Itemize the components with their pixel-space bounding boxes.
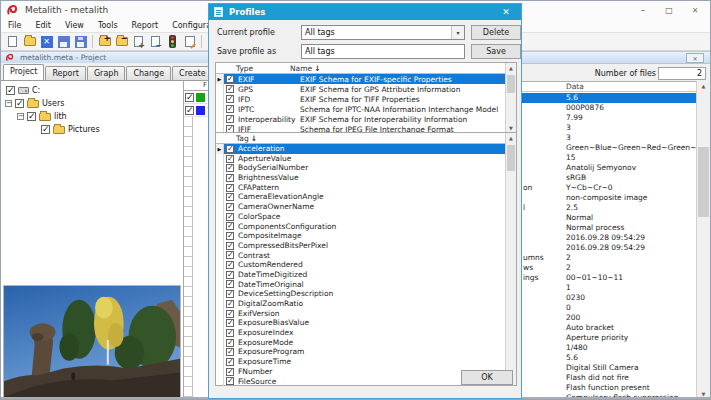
tag-row-exposureprogram[interactable]: ExposureProgram bbox=[216, 347, 516, 357]
metadata-row[interactable]: ings00~01~10~11 bbox=[522, 273, 696, 283]
name-column-header[interactable]: Name bbox=[286, 64, 516, 73]
tab-graph[interactable]: Graph bbox=[87, 66, 126, 80]
save-profile-input[interactable] bbox=[301, 44, 465, 59]
schema-row-interoperability[interactable]: InteroperabilityEXIF Schema for Interope… bbox=[216, 114, 516, 124]
panel-close-icon[interactable] bbox=[686, 53, 704, 63]
ok-button[interactable]: OK bbox=[461, 370, 513, 385]
tree-item-c[interactable]: C: bbox=[6, 84, 40, 97]
metadata-row[interactable]: 1/480 bbox=[522, 343, 696, 353]
schema-checkbox[interactable] bbox=[226, 115, 234, 123]
tag-row-aperturevalue[interactable]: ApertureValue bbox=[216, 154, 516, 164]
toolbar-close-project-button[interactable] bbox=[38, 33, 55, 50]
metadata-row[interactable]: 2016.09.28 09:54:29 bbox=[522, 243, 696, 253]
schema-row-gps[interactable]: GPSEXIF Schema for GPS Attribute Informa… bbox=[216, 84, 516, 94]
metadata-row[interactable]: 200 bbox=[522, 313, 696, 323]
file-checkbox[interactable] bbox=[185, 106, 194, 115]
menu-item-tools[interactable]: Tools bbox=[91, 21, 125, 30]
metadata-scrollbar[interactable] bbox=[696, 81, 710, 399]
toolbar-new-project-button[interactable] bbox=[4, 33, 21, 50]
tag-checkbox[interactable] bbox=[226, 213, 234, 221]
tag-checkbox[interactable] bbox=[226, 319, 234, 327]
schema-checkbox[interactable] bbox=[226, 85, 234, 93]
tag-checkbox[interactable] bbox=[226, 184, 234, 192]
metadata-row[interactable]: 15 bbox=[522, 153, 696, 163]
current-profile-combobox[interactable]: All tags bbox=[301, 25, 465, 40]
save-button[interactable]: Save bbox=[471, 44, 521, 59]
scroll-up-icon[interactable] bbox=[506, 133, 516, 143]
file-row[interactable] bbox=[184, 91, 208, 104]
toolbar-remove-file-button[interactable] bbox=[147, 33, 164, 50]
tag-row-devicesettingdescription[interactable]: DeviceSettingDescription bbox=[216, 289, 516, 299]
minimize-icon[interactable] bbox=[630, 1, 656, 19]
scroll-up-icon[interactable] bbox=[697, 81, 710, 91]
file-checkbox[interactable] bbox=[185, 93, 194, 102]
metadata-row[interactable]: Flash function present bbox=[522, 383, 696, 393]
tree-item-lith[interactable]: lith bbox=[17, 110, 67, 123]
tab-report[interactable]: Report bbox=[45, 66, 86, 80]
schema-row-exif[interactable]: EXIFEXIF Schema for EXIF-specific Proper… bbox=[216, 74, 516, 84]
tag-row-exifversion[interactable]: ExifVersion bbox=[216, 309, 516, 319]
dialog-close-icon[interactable] bbox=[497, 4, 515, 20]
metadata-row[interactable]: ws2 bbox=[522, 263, 696, 273]
metadata-row[interactable]: 000P0876 bbox=[522, 103, 696, 113]
scroll-up-icon[interactable] bbox=[506, 63, 516, 73]
metadata-row[interactable]: 7.99 bbox=[522, 113, 696, 123]
tree-checkbox[interactable] bbox=[6, 86, 15, 95]
metadata-row[interactable]: Normal bbox=[522, 213, 696, 223]
metadata-row[interactable]: Green~Blue~Green~Red~Green~Red~C bbox=[522, 143, 696, 153]
tag-checkbox[interactable] bbox=[226, 348, 234, 356]
tag-row-colorspace[interactable]: ColorSpace bbox=[216, 212, 516, 222]
tag-checkbox[interactable] bbox=[226, 222, 234, 230]
toolbar-edit-report-button[interactable] bbox=[181, 33, 198, 50]
tag-checkbox[interactable] bbox=[226, 203, 234, 211]
tree-checkbox[interactable] bbox=[15, 99, 24, 108]
tag-checkbox[interactable] bbox=[226, 193, 234, 201]
tag-row-customrendered[interactable]: CustomRendered bbox=[216, 260, 516, 270]
metadata-row[interactable]: Auto bracket bbox=[522, 323, 696, 333]
tag-row-cameraelevationangle[interactable]: CameraElevationAngle bbox=[216, 192, 516, 202]
tag-checkbox[interactable] bbox=[226, 358, 234, 366]
tag-row-exposurebiasvalue[interactable]: ExposureBiasValue bbox=[216, 318, 516, 328]
chevron-down-icon[interactable] bbox=[451, 26, 464, 39]
tag-checkbox[interactable] bbox=[226, 290, 234, 298]
metadata-row[interactable]: Digital Still Camera bbox=[522, 363, 696, 373]
tag-row-datetimeoriginal[interactable]: DateTimeOriginal bbox=[216, 280, 516, 290]
metadata-row[interactable]: 3 bbox=[522, 123, 696, 133]
metadata-row[interactable]: 3 bbox=[522, 133, 696, 143]
tab-create[interactable]: Create bbox=[172, 66, 213, 80]
metadata-row[interactable]: Normal process bbox=[522, 223, 696, 233]
tag-row-exposuretime[interactable]: ExposureTime bbox=[216, 357, 516, 367]
tab-change[interactable]: Change bbox=[126, 66, 171, 80]
scrollbar-thumb[interactable] bbox=[507, 145, 515, 171]
metadata-row[interactable]: 1 bbox=[522, 283, 696, 293]
toolbar-add-file-button[interactable] bbox=[130, 33, 147, 50]
metadata-row[interactable]: Anatolij Semyonov bbox=[522, 163, 696, 173]
tag-checkbox[interactable] bbox=[226, 174, 234, 182]
schema-row-iptc[interactable]: IPTCSchema for IPTC-NAA Information Inte… bbox=[216, 104, 516, 114]
tag-row-cfapattern[interactable]: CFAPattern bbox=[216, 183, 516, 193]
tag-checkbox[interactable] bbox=[226, 339, 234, 347]
metadata-row[interactable]: l2.5 bbox=[522, 203, 696, 213]
tag-row-exposureindex[interactable]: ExposureIndex bbox=[216, 328, 516, 338]
tag-checkbox[interactable] bbox=[226, 155, 234, 163]
tag-checkbox[interactable] bbox=[226, 242, 234, 250]
maximize-icon[interactable] bbox=[656, 1, 682, 19]
tag-column-header[interactable]: Tag bbox=[224, 134, 516, 143]
delete-button[interactable]: Delete bbox=[471, 25, 521, 40]
metadata-row[interactable]: 0230 bbox=[522, 293, 696, 303]
metadata-row[interactable]: non-composite image bbox=[522, 193, 696, 203]
scrollbar-thumb[interactable] bbox=[507, 75, 515, 93]
type-column-header[interactable]: Type bbox=[224, 64, 286, 73]
schema-row-ifd[interactable]: IFDEXIF Schema for TIFF Properties bbox=[216, 94, 516, 104]
schema-checkbox[interactable] bbox=[226, 95, 234, 103]
tag-checkbox[interactable] bbox=[226, 300, 234, 308]
tag-checkbox[interactable] bbox=[226, 164, 234, 172]
type-table-scrollbar[interactable] bbox=[505, 63, 516, 133]
close-icon[interactable] bbox=[682, 1, 708, 19]
tag-checkbox[interactable] bbox=[226, 368, 234, 376]
tag-row-brightnessvalue[interactable]: BrightnessValue bbox=[216, 173, 516, 183]
tree-checkbox[interactable] bbox=[27, 112, 36, 121]
toolbar-save-project-button[interactable] bbox=[55, 33, 72, 50]
tag-checkbox[interactable] bbox=[226, 261, 234, 269]
metadata-row[interactable]: 5.6 bbox=[522, 93, 696, 103]
